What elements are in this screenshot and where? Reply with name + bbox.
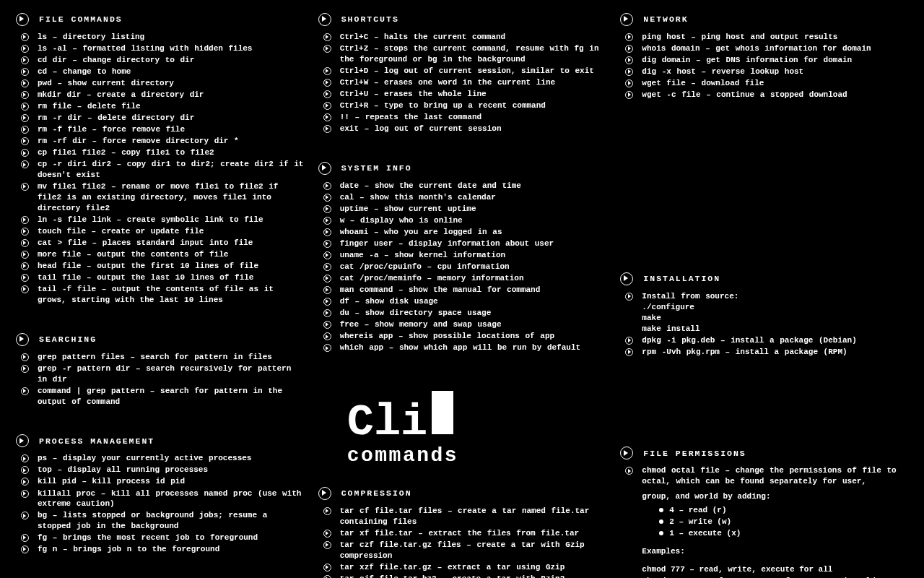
list-item: ping host – ping host and output results [620,32,908,43]
list-item: fg – brings the most recent job to foreg… [16,532,304,543]
list-item: wget file – download file [620,78,908,89]
examples-header: Examples: [642,546,908,557]
list-item: cp file1 file2 – copy file1 to file2 [16,147,304,158]
arrow-circle-icon [620,272,633,285]
section-header: SEARCHING [16,333,304,346]
section-title: SYSTEM INFO [341,163,412,174]
item-list: Install from source:./configuremakemake … [620,291,908,357]
section: INSTALLATIONInstall from source:./config… [620,272,908,357]
list-item: man command – show the manual for comman… [318,285,606,296]
list-item: chmod octal file – change the permission… [620,465,908,487]
list-item: cal – show this month's calendar [318,192,606,203]
column-1: SHORTCUTSCtrl+C – halts the current comm… [318,13,606,578]
bullet-text: 1 – execute (x) [669,529,741,538]
list-item: dig -x host – reverse lookup host [620,66,908,77]
section-header: FILE PERMISSIONS [620,447,908,460]
bullet-item: 4 – read (r) [659,505,908,516]
list-item: whois domain – get whois information for… [620,43,908,54]
bullet-icon [659,531,663,535]
list-item: ls – directory listing [16,32,304,43]
logo-title: Cli [347,400,428,445]
section-title: INSTALLATION [643,273,720,285]
bullet-icon [659,519,663,524]
list-item: uptime – show current uptime [318,204,606,215]
list-item: tar cjf file.tar.bz2 – create a tar with… [318,574,606,578]
list-item: du – show directory space usage [318,308,606,319]
section-header: FILE COMMANDS [16,13,304,26]
list-item: tail -f file – output the contents of fi… [16,284,304,306]
list-item: ps – display your currently active proce… [16,453,304,464]
list-item: cat /proc/cpuinfo – cpu information [318,262,606,272]
column-0: FILE COMMANDSls – directory listingls -a… [16,13,304,578]
list-item: kill pid – kill process id pid [16,476,304,487]
bullet-item: 2 – write (w) [659,517,908,527]
section-title: FILE COMMANDS [39,14,123,25]
list-item: w – display who is online [318,215,606,226]
list-item: command | grep pattern – search for patt… [16,386,304,407]
section: NETWORKping host – ping host and output … [620,13,908,100]
bullet-text: 4 – read (r) [669,506,726,514]
extra-lead: group, and world by adding: [642,491,908,502]
arrow-circle-icon [620,13,633,26]
list-item: which app – show which app will be run b… [318,342,606,353]
list-item: rm file – delete file [16,101,304,112]
list-item: whoami – who you are logged in as [318,227,606,238]
section-header: COMPRESSION [318,487,606,500]
section-title: COMPRESSION [341,488,412,499]
list-item: Ctrl+D – log out of current session, sim… [318,66,606,77]
item-list: date – show the current date and timecal… [318,181,606,353]
list-item: tar cf file.tar files – create a tar nam… [318,506,606,527]
section-title: PROCESS MANAGEMENT [39,436,154,447]
list-item: fg n – brings job n to the foreground [16,544,304,555]
list-item: rm -r dir – delete directory dir [16,113,304,124]
arrow-circle-icon [318,13,331,26]
list-item: Install from source:./configuremakemake … [620,291,908,334]
list-item: grep pattern files – search for pattern … [16,352,304,363]
section: FILE PERMISSIONSchmod octal file – chang… [620,447,908,578]
section-title: SHORTCUTS [341,14,399,25]
bullet-item: 1 – execute (x) [659,528,908,539]
list-item: touch file – create or update file [16,226,304,237]
list-item: cd dir – change directory to dir [16,55,304,66]
list-item: cp -r dir1 dir2 – copy dir1 to dir2; cre… [16,159,304,181]
list-item: df – show disk usage [318,296,606,307]
list-item: pwd – show current directory [16,78,304,89]
example-line: chmod 777 – read, write, execute for all [642,564,908,575]
list-item: top – display all running processes [16,465,304,475]
section-header: SYSTEM INFO [318,162,606,175]
list-item: exit – log out of current session [318,124,606,134]
section-header: INSTALLATION [620,272,908,285]
list-item: finger user – display information about … [318,238,606,249]
list-item: date – show the current date and time [318,181,606,191]
bullet-text: 2 – write (w) [669,517,731,526]
list-item: killall proc – kill all processes named … [16,488,304,510]
list-item: dig domain – get DNS information for dom… [620,55,908,66]
list-item: cat /proc/meminfo – memory information [318,273,606,284]
list-item: Ctrl+R – type to bring up a recent comma… [318,100,606,111]
cursor-icon [432,391,453,434]
section-title: NETWORK [643,14,688,25]
list-item: cd – change to home [16,66,304,77]
list-item: uname -a – show kernel information [318,250,606,261]
list-item: cat > file – places standard input into … [16,238,304,249]
section: SHORTCUTSCtrl+C – halts the current comm… [318,13,606,134]
item-list: tar cf file.tar files – create a tar nam… [318,506,606,578]
section: SYSTEM INFOdate – show the current date … [318,162,606,353]
item-list: chmod octal file – change the permission… [620,465,908,487]
section-header: SHORTCUTS [318,13,606,26]
section-title: FILE PERMISSIONS [643,448,746,460]
list-item: more file – output the contents of file [16,249,304,260]
arrow-circle-icon [318,487,331,500]
arrow-circle-icon [16,434,29,447]
permissions-extra: group, and world by adding:4 – read (r)2… [620,491,908,578]
section-header: NETWORK [620,13,908,26]
item-list: Ctrl+C – halts the current commandCtrl+Z… [318,32,606,134]
list-item: head file – output the first 10 lines of… [16,261,304,272]
list-item: Ctrl+W – erases one word in the current … [318,77,606,88]
arrow-circle-icon [318,162,331,175]
arrow-circle-icon [16,13,29,26]
section-header: PROCESS MANAGEMENT [16,434,304,447]
section-title: SEARCHING [39,334,97,345]
column-2: NETWORKping host – ping host and output … [620,13,908,578]
list-item: free – show memory and swap usage [318,319,606,330]
